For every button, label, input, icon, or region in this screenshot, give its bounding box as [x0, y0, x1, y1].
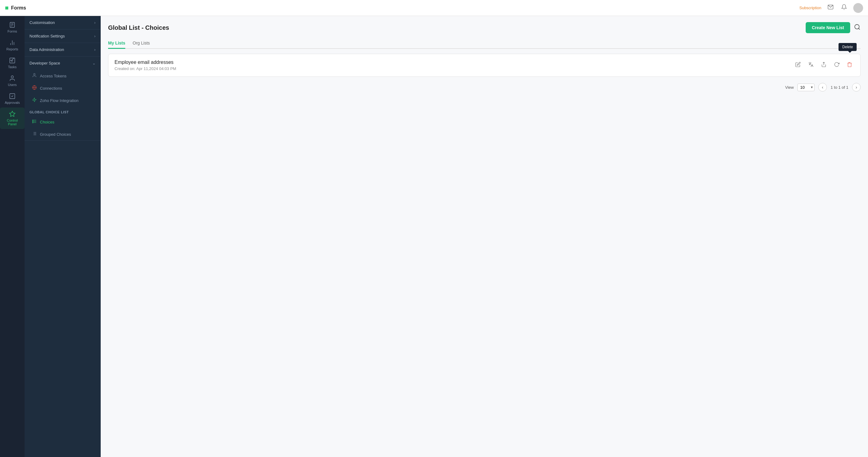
grouped-choices-icon: [32, 131, 37, 137]
sidebar-item-forms[interactable]: Forms: [0, 19, 25, 36]
list-card-actions: [794, 60, 854, 71]
sidebar-item-grouped-choices[interactable]: Grouped Choices: [25, 128, 100, 140]
svg-point-29: [855, 24, 859, 29]
icon-sidebar: Forms Reports Tasks Users: [0, 16, 25, 457]
sidebar-item-users-label: Users: [8, 83, 17, 87]
sidebar-item-users[interactable]: Users: [0, 72, 25, 90]
search-button[interactable]: [854, 24, 861, 32]
per-page-wrapper: 10 25 50 100: [797, 84, 814, 91]
prev-page-button[interactable]: ‹: [818, 83, 827, 92]
zoho-flow-icon: [32, 97, 37, 103]
list-card-title: Employee email addresses: [115, 60, 176, 65]
sidebar-item-control-panel-label: Control Panel: [2, 119, 22, 126]
zoho-flow-label: Zoho Flow Integration: [40, 98, 79, 103]
bell-icon-button[interactable]: [840, 3, 848, 13]
top-nav-left: ■ Forms: [5, 4, 26, 11]
main-content: Global List - Choices Create New List My…: [101, 16, 868, 457]
delete-button[interactable]: [845, 60, 854, 71]
sidebar-item-reports[interactable]: Reports: [0, 36, 25, 54]
choices-label: Choices: [40, 120, 54, 124]
edit-button[interactable]: [794, 60, 803, 71]
developer-chevron-icon: ⌄: [92, 61, 95, 65]
sidebar-item-approvals[interactable]: Approvals: [0, 90, 25, 108]
svg-marker-16: [33, 98, 36, 102]
svg-rect-22: [33, 122, 33, 123]
list-card-info: Employee email addresses Created on: Apr…: [115, 60, 176, 71]
notification-label: Notification Settings: [29, 34, 65, 38]
create-new-list-button[interactable]: Create New List: [806, 22, 850, 33]
global-choice-list-label: Global Choice List: [25, 106, 100, 116]
access-tokens-label: Access Tokens: [40, 74, 66, 78]
broadcast-icon-button[interactable]: [826, 3, 835, 13]
top-nav: ■ Forms Subscription: [0, 0, 868, 16]
grouped-choices-label: Grouped Choices: [40, 132, 71, 137]
choices-icon: [32, 119, 37, 125]
svg-line-30: [859, 28, 860, 29]
next-page-button[interactable]: ›: [852, 83, 861, 92]
tab-org-lists[interactable]: Org Lists: [133, 38, 150, 49]
pagination-range: 1 to 1 of 1: [831, 85, 848, 90]
sidebar-section-developer: Developer Space ⌄ Access Tokens: [25, 57, 100, 141]
customisation-label: Customisation: [29, 20, 55, 25]
tabs: My Lists Org Lists: [108, 38, 861, 49]
sidebar-item-forms-label: Forms: [7, 29, 17, 33]
page-title: Global List - Choices: [108, 24, 169, 31]
content-header-right: Create New List: [806, 22, 861, 33]
svg-rect-20: [33, 120, 33, 120]
refresh-button[interactable]: [832, 60, 841, 71]
translate-button[interactable]: [806, 60, 815, 71]
connections-icon: [32, 85, 37, 91]
svg-point-11: [11, 76, 13, 78]
sidebar-item-choices[interactable]: Choices: [25, 116, 100, 128]
content-header: Global List - Choices Create New List: [108, 22, 861, 33]
sidebar-item-control-panel[interactable]: Control Panel: [0, 108, 25, 129]
svg-rect-21: [33, 121, 33, 122]
list-card-subtitle: Created on: Apr 11,2024 04:03 PM: [115, 66, 176, 71]
subscription-link[interactable]: Subscription: [799, 5, 821, 10]
sidebar-item-zoho-flow[interactable]: Zoho Flow Integration: [25, 94, 100, 106]
sidebar-section-data-admin: Data Administration ›: [25, 43, 100, 57]
avatar[interactable]: [853, 3, 863, 13]
sidebar-section-notification: Notification Settings ›: [25, 29, 100, 43]
sidebar-item-reports-label: Reports: [6, 47, 19, 51]
notification-header[interactable]: Notification Settings ›: [25, 29, 100, 43]
sidebar-section-customisation: Customisation ›: [25, 16, 100, 29]
data-admin-header[interactable]: Data Administration ›: [25, 43, 100, 56]
sidebar-item-approvals-label: Approvals: [5, 101, 20, 104]
per-page-select[interactable]: 10 25 50 100: [797, 84, 814, 91]
app-logo-icon: ■: [5, 4, 9, 11]
data-admin-label: Data Administration: [29, 47, 64, 52]
customisation-header[interactable]: Customisation ›: [25, 16, 100, 29]
notification-chevron-icon: ›: [94, 34, 95, 38]
svg-point-13: [33, 73, 35, 75]
developer-label: Developer Space: [29, 61, 60, 65]
view-label: View: [785, 85, 794, 90]
tab-my-lists[interactable]: My Lists: [108, 38, 125, 49]
pagination: View 10 25 50 100 ‹ 1 to 1 of 1 ›: [108, 83, 861, 92]
secondary-sidebar: Customisation › Notification Settings › …: [25, 16, 101, 457]
sidebar-item-connections[interactable]: Connections: [25, 82, 100, 94]
sidebar-item-tasks[interactable]: Tasks: [0, 54, 25, 72]
main-layout: Forms Reports Tasks Users: [0, 16, 868, 457]
customisation-chevron-icon: ›: [94, 21, 95, 25]
top-nav-right: Subscription: [799, 3, 863, 13]
developer-header[interactable]: Developer Space ⌄: [25, 57, 100, 70]
connections-label: Connections: [40, 86, 62, 91]
app-title: Forms: [11, 5, 26, 11]
access-tokens-icon: [32, 73, 37, 79]
list-card: Delete Employee email addresses Created …: [108, 54, 861, 77]
sidebar-item-tasks-label: Tasks: [8, 65, 17, 69]
sidebar-item-access-tokens[interactable]: Access Tokens: [25, 70, 100, 82]
data-admin-chevron-icon: ›: [94, 48, 95, 52]
share-button[interactable]: [819, 60, 828, 71]
